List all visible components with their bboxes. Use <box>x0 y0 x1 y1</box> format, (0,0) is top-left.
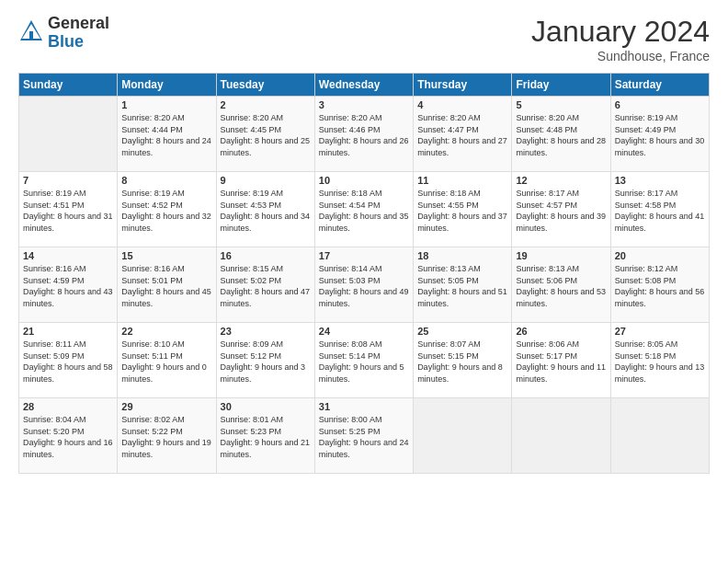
cell-info: Sunrise: 8:13 AMSunset: 5:05 PMDaylight:… <box>417 263 507 309</box>
day-number: 8 <box>121 175 211 186</box>
calendar-week-1: 7Sunrise: 8:19 AMSunset: 4:51 PMDaylight… <box>19 172 710 247</box>
cell-info: Sunrise: 8:20 AMSunset: 4:44 PMDaylight:… <box>121 112 211 158</box>
day-number: 24 <box>319 326 409 337</box>
header-wednesday: Wednesday <box>314 74 413 97</box>
calendar-cell: 30Sunrise: 8:01 AMSunset: 5:23 PMDayligh… <box>216 398 314 474</box>
calendar-cell <box>414 398 512 474</box>
day-number: 11 <box>417 175 507 186</box>
page-header: General Blue January 2024 Sundhouse, Fra… <box>18 15 710 63</box>
calendar-table: Sunday Monday Tuesday Wednesday Thursday… <box>18 73 710 474</box>
calendar-cell: 14Sunrise: 8:16 AMSunset: 4:59 PMDayligh… <box>19 247 118 323</box>
calendar-cell <box>19 97 118 172</box>
header-row: Sunday Monday Tuesday Wednesday Thursday… <box>19 74 710 97</box>
day-number: 3 <box>319 99 409 110</box>
cell-info: Sunrise: 8:00 AMSunset: 5:25 PMDaylight:… <box>319 414 409 460</box>
calendar-cell: 11Sunrise: 8:18 AMSunset: 4:55 PMDayligh… <box>414 172 512 247</box>
day-number: 28 <box>23 401 113 412</box>
calendar-cell <box>512 398 610 474</box>
cell-info: Sunrise: 8:20 AMSunset: 4:48 PMDaylight:… <box>516 112 606 158</box>
cell-info: Sunrise: 8:06 AMSunset: 5:17 PMDaylight:… <box>516 339 606 385</box>
calendar-cell: 27Sunrise: 8:05 AMSunset: 5:18 PMDayligh… <box>610 323 709 398</box>
cell-info: Sunrise: 8:15 AMSunset: 5:02 PMDaylight:… <box>221 263 311 309</box>
calendar-cell: 10Sunrise: 8:18 AMSunset: 4:54 PMDayligh… <box>314 172 413 247</box>
cell-info: Sunrise: 8:17 AMSunset: 4:57 PMDaylight:… <box>516 188 606 234</box>
cell-info: Sunrise: 8:17 AMSunset: 4:58 PMDaylight:… <box>615 188 705 234</box>
cell-info: Sunrise: 8:18 AMSunset: 4:54 PMDaylight:… <box>319 188 409 234</box>
day-number: 25 <box>417 326 507 337</box>
day-number: 12 <box>516 175 606 186</box>
cell-info: Sunrise: 8:09 AMSunset: 5:12 PMDaylight:… <box>221 339 311 385</box>
cell-info: Sunrise: 8:01 AMSunset: 5:23 PMDaylight:… <box>221 414 311 460</box>
calendar-week-4: 28Sunrise: 8:04 AMSunset: 5:20 PMDayligh… <box>19 398 710 474</box>
calendar-cell: 13Sunrise: 8:17 AMSunset: 4:58 PMDayligh… <box>610 172 709 247</box>
calendar-body: 1Sunrise: 8:20 AMSunset: 4:44 PMDaylight… <box>19 97 710 474</box>
day-number: 1 <box>121 99 211 110</box>
day-number: 30 <box>221 401 311 412</box>
cell-info: Sunrise: 8:12 AMSunset: 5:08 PMDaylight:… <box>615 263 705 309</box>
calendar-cell: 17Sunrise: 8:14 AMSunset: 5:03 PMDayligh… <box>314 247 413 323</box>
calendar-cell: 4Sunrise: 8:20 AMSunset: 4:47 PMDaylight… <box>414 97 512 172</box>
calendar-cell: 20Sunrise: 8:12 AMSunset: 5:08 PMDayligh… <box>610 247 709 323</box>
logo-text: General Blue <box>48 15 109 52</box>
logo-blue-text: Blue <box>48 33 109 52</box>
day-number: 16 <box>221 250 311 261</box>
day-number: 10 <box>319 175 409 186</box>
day-number: 2 <box>221 99 311 110</box>
header-thursday: Thursday <box>414 74 512 97</box>
cell-info: Sunrise: 8:13 AMSunset: 5:06 PMDaylight:… <box>516 263 606 309</box>
calendar-cell: 26Sunrise: 8:06 AMSunset: 5:17 PMDayligh… <box>512 323 610 398</box>
cell-info: Sunrise: 8:20 AMSunset: 4:45 PMDaylight:… <box>221 112 311 158</box>
calendar-cell: 18Sunrise: 8:13 AMSunset: 5:05 PMDayligh… <box>414 247 512 323</box>
cell-info: Sunrise: 8:07 AMSunset: 5:15 PMDaylight:… <box>417 339 507 385</box>
day-number: 26 <box>516 326 606 337</box>
cell-info: Sunrise: 8:05 AMSunset: 5:18 PMDaylight:… <box>615 339 705 385</box>
calendar-cell: 1Sunrise: 8:20 AMSunset: 4:44 PMDaylight… <box>118 97 216 172</box>
month-title: January 2024 <box>531 15 710 49</box>
location: Sundhouse, France <box>531 49 710 63</box>
day-number: 18 <box>417 250 507 261</box>
header-tuesday: Tuesday <box>216 74 314 97</box>
day-number: 22 <box>121 326 211 337</box>
cell-info: Sunrise: 8:19 AMSunset: 4:52 PMDaylight:… <box>121 188 211 234</box>
cell-info: Sunrise: 8:19 AMSunset: 4:53 PMDaylight:… <box>221 188 311 234</box>
day-number: 23 <box>221 326 311 337</box>
calendar-cell: 19Sunrise: 8:13 AMSunset: 5:06 PMDayligh… <box>512 247 610 323</box>
day-number: 15 <box>121 250 211 261</box>
cell-info: Sunrise: 8:19 AMSunset: 4:49 PMDaylight:… <box>615 112 705 158</box>
day-number: 19 <box>516 250 606 261</box>
cell-info: Sunrise: 8:04 AMSunset: 5:20 PMDaylight:… <box>23 414 113 460</box>
day-number: 31 <box>319 401 409 412</box>
calendar-cell: 23Sunrise: 8:09 AMSunset: 5:12 PMDayligh… <box>216 323 314 398</box>
day-number: 4 <box>417 99 507 110</box>
calendar-cell: 9Sunrise: 8:19 AMSunset: 4:53 PMDaylight… <box>216 172 314 247</box>
header-friday: Friday <box>512 74 610 97</box>
header-sunday: Sunday <box>19 74 118 97</box>
logo-general-text: General <box>48 15 109 33</box>
day-number: 14 <box>23 250 113 261</box>
calendar-header: Sunday Monday Tuesday Wednesday Thursday… <box>19 74 710 97</box>
cell-info: Sunrise: 8:19 AMSunset: 4:51 PMDaylight:… <box>23 188 113 234</box>
day-number: 9 <box>221 175 311 186</box>
calendar-cell: 22Sunrise: 8:10 AMSunset: 5:11 PMDayligh… <box>118 323 216 398</box>
calendar-cell: 5Sunrise: 8:20 AMSunset: 4:48 PMDaylight… <box>512 97 610 172</box>
calendar-week-2: 14Sunrise: 8:16 AMSunset: 4:59 PMDayligh… <box>19 247 710 323</box>
cell-info: Sunrise: 8:14 AMSunset: 5:03 PMDaylight:… <box>319 263 409 309</box>
calendar-cell: 8Sunrise: 8:19 AMSunset: 4:52 PMDaylight… <box>118 172 216 247</box>
calendar-cell: 3Sunrise: 8:20 AMSunset: 4:46 PMDaylight… <box>314 97 413 172</box>
day-number: 5 <box>516 99 606 110</box>
day-number: 17 <box>319 250 409 261</box>
calendar-week-0: 1Sunrise: 8:20 AMSunset: 4:44 PMDaylight… <box>19 97 710 172</box>
calendar-cell: 2Sunrise: 8:20 AMSunset: 4:45 PMDaylight… <box>216 97 314 172</box>
cell-info: Sunrise: 8:10 AMSunset: 5:11 PMDaylight:… <box>121 339 211 385</box>
day-number: 27 <box>615 326 705 337</box>
cell-info: Sunrise: 8:02 AMSunset: 5:22 PMDaylight:… <box>121 414 211 460</box>
calendar-cell: 16Sunrise: 8:15 AMSunset: 5:02 PMDayligh… <box>216 247 314 323</box>
calendar-cell <box>610 398 709 474</box>
header-saturday: Saturday <box>610 74 709 97</box>
cell-info: Sunrise: 8:16 AMSunset: 4:59 PMDaylight:… <box>23 263 113 309</box>
cell-info: Sunrise: 8:08 AMSunset: 5:14 PMDaylight:… <box>319 339 409 385</box>
calendar-cell: 31Sunrise: 8:00 AMSunset: 5:25 PMDayligh… <box>314 398 413 474</box>
cell-info: Sunrise: 8:16 AMSunset: 5:01 PMDaylight:… <box>121 263 211 309</box>
cell-info: Sunrise: 8:20 AMSunset: 4:47 PMDaylight:… <box>417 112 507 158</box>
day-number: 7 <box>23 175 113 186</box>
